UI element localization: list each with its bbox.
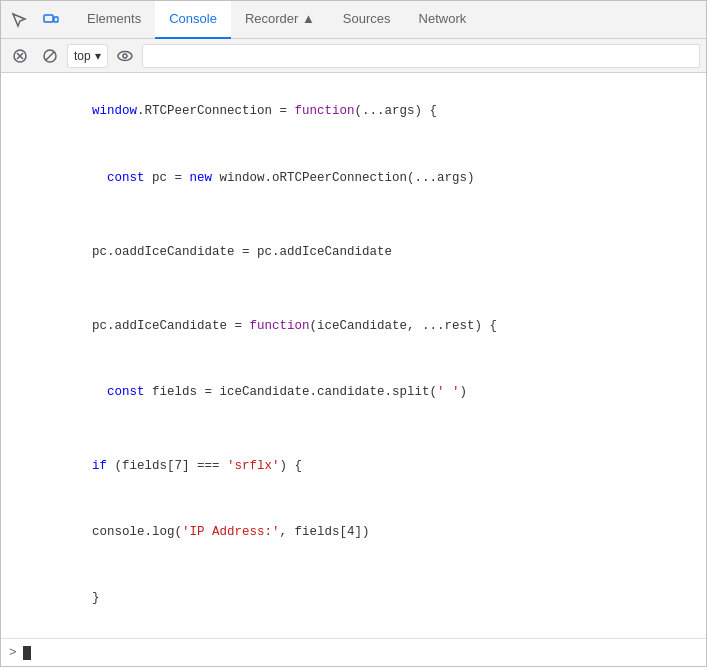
spacer-3	[1, 426, 706, 434]
tab-bar: Elements Console Recorder ▲ Sources Netw…	[1, 1, 706, 39]
device-toggle-icon[interactable]	[37, 6, 65, 34]
tab-console[interactable]: Console	[155, 1, 231, 39]
code-line-6: if (fields[7] === 'srflx') {	[1, 434, 706, 500]
devtools-icon-group	[5, 6, 65, 34]
tab-sources[interactable]: Sources	[329, 1, 405, 39]
code-line-5: const fields = iceCandidate.candidate.sp…	[1, 360, 706, 426]
code-line-8: }	[1, 566, 706, 632]
code-line-9: return pc.oaddIceCandidate(iceCandidate,…	[1, 632, 706, 638]
console-content: window.RTCPeerConnection = function(...a…	[1, 73, 706, 638]
svg-line-6	[46, 52, 54, 60]
console-toolbar: top ▾	[1, 39, 706, 73]
tab-recorder[interactable]: Recorder ▲	[231, 1, 329, 39]
svg-point-8	[123, 54, 127, 58]
code-line-2: const pc = new window.oRTCPeerConnection…	[1, 145, 706, 211]
console-prompt: >	[9, 646, 17, 660]
tab-network[interactable]: Network	[405, 1, 481, 39]
svg-rect-1	[54, 17, 58, 22]
console-input-row: >	[1, 638, 706, 666]
eye-icon[interactable]	[112, 43, 138, 69]
devtools-window: Elements Console Recorder ▲ Sources Netw…	[0, 0, 707, 667]
code-line-3: pc.oaddIceCandidate = pc.addIceCandidate	[1, 219, 706, 285]
chevron-down-icon: ▾	[95, 49, 101, 63]
console-search-input[interactable]	[142, 44, 700, 68]
clear-console-button[interactable]	[7, 43, 33, 69]
cursor-bar	[23, 646, 31, 660]
context-selector[interactable]: top ▾	[67, 44, 108, 68]
spacer-2	[1, 285, 706, 293]
block-icon[interactable]	[37, 43, 63, 69]
code-line-1: window.RTCPeerConnection = function(...a…	[1, 77, 706, 145]
context-label: top	[74, 49, 91, 63]
tab-elements[interactable]: Elements	[73, 1, 155, 39]
code-line-7: console.log('IP Address:', fields[4])	[1, 500, 706, 566]
spacer-1	[1, 211, 706, 219]
svg-rect-0	[44, 15, 53, 22]
inspect-icon[interactable]	[5, 6, 33, 34]
svg-point-7	[118, 51, 132, 60]
code-line-4: pc.addIceCandidate = function(iceCandida…	[1, 293, 706, 359]
